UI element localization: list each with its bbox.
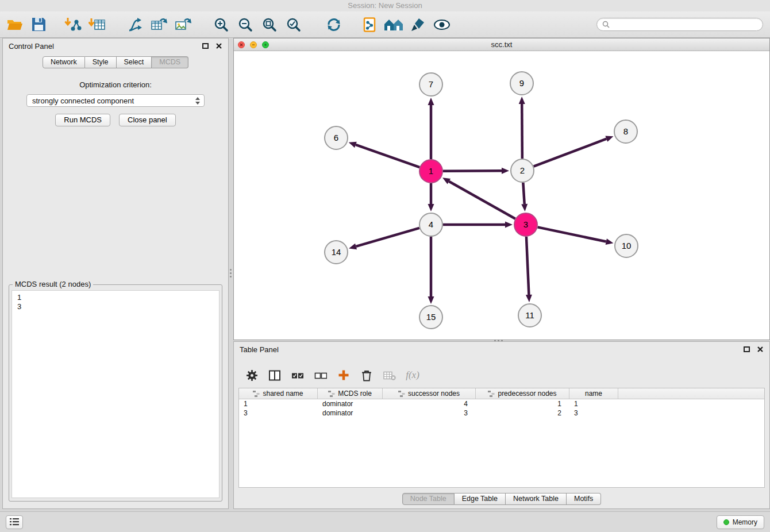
table-panel: Table Panel	[233, 341, 770, 509]
graph-node-label: 2	[520, 165, 525, 175]
graph-node-label: 14	[332, 247, 341, 257]
graph-edge-3-1[interactable]	[449, 182, 515, 219]
table-settings-button[interactable]	[245, 369, 258, 381]
tab-network[interactable]: Network	[43, 56, 85, 68]
close-panel-icon[interactable]	[215, 43, 222, 49]
save-session-button[interactable]	[29, 14, 48, 35]
tab-edge-table[interactable]: Edge Table	[455, 493, 506, 505]
graph-node-label: 10	[622, 241, 632, 250]
show-hide-button[interactable]	[432, 14, 452, 35]
graph-node-6[interactable]: 6	[325, 126, 348, 149]
graph-edge-2-8[interactable]	[534, 139, 607, 167]
add-column-button[interactable]	[337, 369, 350, 381]
table-cell: dominator	[318, 408, 383, 418]
table-row[interactable]: 3dominator323	[239, 408, 764, 418]
graph-node-4[interactable]: 4	[419, 213, 442, 236]
graph-node-2[interactable]: 2	[511, 159, 534, 182]
graph-node-label: 6	[334, 133, 338, 142]
delete-column-button[interactable]	[360, 369, 373, 381]
graph-edge-arrowhead	[349, 142, 357, 148]
maximize-window-icon[interactable]	[262, 41, 269, 48]
tab-motifs[interactable]: Motifs	[567, 493, 601, 505]
sort-icon	[328, 391, 335, 397]
column-header-successor-nodes[interactable]: successor nodes	[383, 388, 476, 399]
graph-edge-2-9[interactable]	[522, 104, 522, 159]
column-header-predecessor-nodes[interactable]: predecessor nodes	[476, 388, 569, 399]
close-panel-button[interactable]: Close panel	[119, 114, 176, 126]
export-table-button[interactable]	[149, 14, 169, 35]
zoom-in-button[interactable]	[211, 14, 231, 35]
show-columns-button[interactable]	[268, 369, 281, 381]
task-history-button[interactable]	[6, 515, 23, 529]
open-folder-icon	[6, 18, 22, 32]
graph-edge-4-14[interactable]	[356, 228, 419, 246]
export-image-button[interactable]	[174, 14, 193, 35]
tab-network-table[interactable]: Network Table	[506, 493, 567, 505]
column-header-filler	[618, 388, 764, 399]
graph-edge-2-3[interactable]	[523, 183, 524, 204]
select-all-button[interactable]	[291, 369, 304, 381]
open-folder-button[interactable]	[5, 14, 24, 35]
export-table-icon	[151, 17, 168, 33]
graph-node-10[interactable]: 10	[615, 234, 638, 257]
graph-edge-1-2[interactable]	[443, 171, 502, 171]
graph-edge-arrowhead	[428, 204, 434, 211]
graph-edge-arrowhead	[428, 296, 434, 304]
network-window-titlebar: scc.txt	[234, 38, 769, 51]
column-header-mcds-role[interactable]: MCDS role	[318, 388, 383, 399]
import-network-button[interactable]	[63, 14, 83, 35]
graph-node-3[interactable]: 3	[514, 213, 537, 236]
tab-select[interactable]: Select	[117, 56, 152, 68]
optimization-select[interactable]: strongly connected component	[26, 94, 205, 107]
delete-table-button[interactable]	[383, 369, 396, 381]
mcds-result-title: MCDS result (2 nodes)	[13, 280, 93, 288]
column-header-shared-name[interactable]: shared name	[239, 388, 318, 399]
graph-edge-3-11[interactable]	[526, 237, 529, 295]
graph-edge-arrowhead	[526, 295, 532, 302]
tab-style[interactable]: Style	[85, 56, 117, 68]
search-input[interactable]	[613, 21, 757, 29]
zoom-fit-button[interactable]	[260, 14, 279, 35]
sort-icon	[253, 391, 260, 397]
network-share-button[interactable]	[125, 14, 145, 35]
search-box[interactable]	[596, 18, 763, 31]
delete-table-icon	[383, 370, 396, 381]
run-mcds-button[interactable]: Run MCDS	[55, 114, 110, 126]
graph-edge-3-10[interactable]	[538, 227, 606, 241]
column-header-name[interactable]: name	[569, 388, 618, 399]
graph-node-1[interactable]: 1	[419, 160, 442, 183]
minimize-window-icon[interactable]	[250, 41, 257, 48]
vertical-splitter-handle[interactable]	[230, 269, 232, 271]
mcds-result-text[interactable]: 1 3	[11, 290, 220, 498]
deselect-all-button[interactable]	[314, 369, 327, 381]
import-table-icon	[88, 17, 106, 33]
tab-mcds[interactable]: MCDS	[152, 56, 188, 68]
zoom-selected-button[interactable]	[284, 14, 303, 35]
column-label: MCDS role	[338, 390, 372, 398]
graph-node-8[interactable]: 8	[614, 120, 637, 143]
table-row[interactable]: 1dominator411	[239, 399, 764, 408]
network-canvas-svg[interactable]: 7968124314101511	[234, 51, 769, 340]
memory-button[interactable]: Memory	[717, 515, 764, 529]
tab-node-table[interactable]: Node Table	[402, 493, 455, 505]
graph-node-9[interactable]: 9	[510, 72, 533, 95]
float-table-panel-icon[interactable]	[744, 346, 750, 352]
node-table: shared name MCDS role successor nodes pr…	[238, 388, 765, 488]
graph-node-15[interactable]: 15	[419, 306, 442, 329]
import-table-button[interactable]	[87, 14, 107, 35]
graph-node-7[interactable]: 7	[419, 73, 442, 96]
copy-network-button[interactable]	[360, 14, 379, 35]
function-builder-button[interactable]: f(x)	[406, 369, 419, 381]
graph-node-label: 15	[426, 312, 436, 322]
home-button[interactable]	[384, 14, 403, 35]
float-panel-icon[interactable]	[202, 43, 209, 49]
graph-node-14[interactable]: 14	[325, 241, 348, 264]
style-brush-button[interactable]	[408, 14, 428, 35]
graph-edge-1-6[interactable]	[356, 145, 419, 167]
refresh-layout-button[interactable]	[324, 14, 344, 35]
zoom-out-button[interactable]	[236, 14, 255, 35]
refresh-icon	[326, 17, 342, 33]
close-table-panel-icon[interactable]	[757, 346, 764, 353]
close-window-icon[interactable]	[238, 41, 245, 48]
graph-node-11[interactable]: 11	[518, 304, 541, 327]
